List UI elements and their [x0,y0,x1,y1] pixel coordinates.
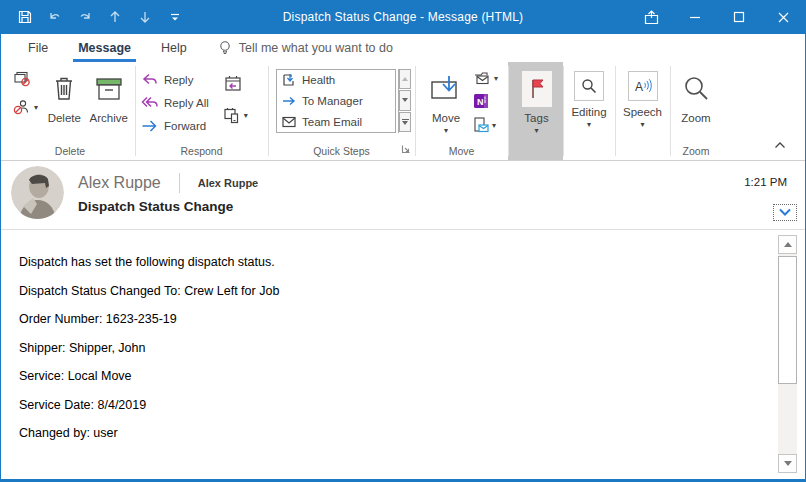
ribbon-group-respond: Reply Reply All Forward [135,62,268,160]
quick-step-health[interactable]: Health [277,70,395,91]
respond-group-label: Respond [135,142,268,160]
zoom-button[interactable]: Zoom [674,67,718,142]
reply-icon [141,73,158,87]
delete-group-label: Delete [5,142,135,160]
ribbon: ▾ Delete Archive Delete [1,62,805,161]
forward-button[interactable]: Forward [141,117,209,135]
onenote-icon[interactable]: N ▾ [473,93,498,109]
archive-icon [94,71,124,107]
maximize-icon[interactable] [717,0,761,34]
body-line: Changed by: user [19,427,765,440]
lightbulb-icon [218,40,232,56]
ignore-icon[interactable] [13,71,38,87]
tell-me-label: Tell me what you want to do [239,41,393,55]
quick-steps-dialog-launcher-icon[interactable] [401,144,411,156]
move-icon [429,71,463,107]
message-subject: Dispatch Status Change [78,199,233,214]
reply-all-label: Reply All [164,97,209,109]
next-item-icon[interactable] [133,5,157,29]
scroll-up-button[interactable] [778,235,797,254]
quick-step-team-email[interactable]: Team Email [277,111,395,132]
previous-item-icon[interactable] [103,5,127,29]
body-line: Dispatch Status Changed To: Crew Left fo… [19,285,765,298]
outlook-message-window: Dispatch Status Change - Message (HTML) … [0,0,806,482]
actions-caret: ▾ [492,121,496,130]
move-button[interactable]: Move ▾ [421,67,471,142]
popout-icon[interactable] [629,0,673,34]
speech-button-label: Speech [623,106,662,119]
zoom-button-label: Zoom [681,112,710,125]
ribbon-group-editing: Editing ▾ [563,62,615,160]
forward-icon [141,119,158,133]
svg-text:N: N [477,97,484,107]
body-line: Shipper: Shipper, John [19,342,765,355]
more-respond-actions-icon[interactable]: ▾ [223,107,248,124]
tags-button-label: Tags [524,112,548,125]
junk-dropdown-caret: ▾ [34,103,38,112]
sender-name[interactable]: Alex Ruppe [78,174,161,192]
tell-me-box[interactable]: Tell me what you want to do [218,34,393,62]
ribbon-group-zoom: Zoom Zoom [670,62,722,160]
close-icon[interactable] [761,0,805,34]
quick-access-toolbar [1,5,187,29]
quick-steps-scroll-up[interactable] [399,69,411,89]
editing-button[interactable]: Editing ▾ [567,67,611,142]
flag-icon [527,78,547,100]
redo-icon[interactable] [73,5,97,29]
more-respond-caret: ▾ [244,111,248,120]
tab-file[interactable]: File [13,34,63,62]
sender-avatar[interactable] [11,166,64,219]
reply-label: Reply [164,74,193,86]
quick-step-label: To Manager [302,95,363,107]
reply-all-button[interactable]: Reply All [141,94,209,112]
delete-button[interactable]: Delete [42,67,86,142]
reply-all-icon [141,96,158,110]
ribbon-group-quick-steps: Health To Manager Team Email [268,62,415,160]
archive-button-label: Archive [90,112,128,125]
ribbon-group-tags: Tags ▾ [508,62,563,160]
editing-button-label: Editing [571,106,606,119]
tags-button[interactable]: Tags ▾ [515,67,559,142]
delete-icon [51,71,77,107]
move-group-label: Move [415,142,508,160]
sender-name-small[interactable]: Alex Ruppe [198,177,259,189]
forward-label: Forward [164,120,206,132]
rules-icon[interactable]: ▾ [473,71,498,85]
ribbon-group-speech: A Speech ▾ [615,62,670,160]
expand-header-button[interactable] [773,204,797,221]
scroll-down-button[interactable] [778,454,797,473]
speech-group-label [615,142,670,160]
customize-qat-icon[interactable] [163,5,187,29]
meeting-icon[interactable] [223,75,248,93]
ribbon-group-move: Move ▾ ▾ N ▾ ▾ [415,62,508,160]
archive-button[interactable]: Archive [87,67,131,142]
minimize-icon[interactable] [673,0,717,34]
move-to-folder-icon [282,73,296,87]
save-icon[interactable] [13,5,37,29]
reply-button[interactable]: Reply [141,71,209,89]
undo-icon[interactable] [43,5,67,29]
message-actions-icon[interactable]: ▾ [473,117,498,133]
body-line: Dispatch has set the following dispatch … [19,256,765,269]
rules-caret: ▾ [494,74,498,83]
vertical-scrollbar[interactable] [778,235,797,473]
header-divider [179,173,180,193]
quick-step-to-manager[interactable]: To Manager [277,91,395,112]
editing-dropdown-caret: ▾ [587,121,591,129]
tab-message[interactable]: Message [63,34,146,62]
tab-help[interactable]: Help [146,34,202,62]
scrollbar-track[interactable] [778,384,797,454]
body-line: Service: Local Move [19,370,765,383]
collapse-ribbon-icon[interactable] [773,136,787,154]
speech-button[interactable]: A Speech ▾ [619,67,666,142]
speech-dropdown-caret: ▾ [640,121,644,129]
junk-icon[interactable]: ▾ [13,99,38,115]
quick-steps-gallery: Health To Manager Team Email [276,69,396,133]
tags-group-label [508,142,563,160]
quick-steps-more-button[interactable] [399,112,411,132]
quick-step-label: Team Email [302,116,362,128]
read-aloud-icon: A [633,77,653,95]
quick-steps-scroll-down[interactable] [399,90,411,110]
ribbon-tab-row: File Message Help Tell me what you want … [1,34,805,62]
scrollbar-thumb[interactable] [778,256,797,384]
